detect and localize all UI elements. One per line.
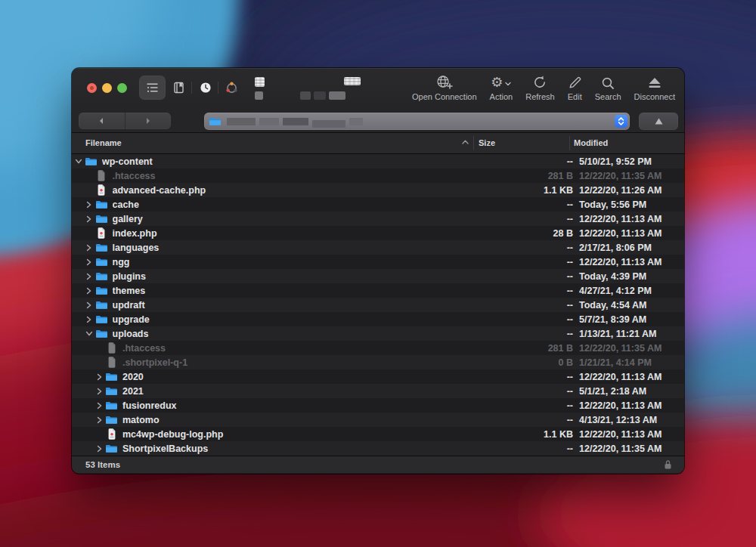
toolbar-button-label: Edit	[568, 92, 582, 101]
file-row[interactable]: matomo--4/13/21, 12:13 AM	[72, 413, 684, 427]
back-button[interactable]	[79, 113, 125, 129]
filename-label: updraft	[113, 300, 483, 311]
disclosure-chevron-down-icon[interactable]	[85, 330, 94, 337]
disclosure-chevron-right-icon[interactable]	[85, 201, 94, 209]
toolbar-button-label: Refresh	[525, 92, 555, 101]
disclosure-chevron-right-icon[interactable]	[85, 215, 94, 223]
folder-icon	[95, 242, 108, 253]
size-value: --	[482, 199, 573, 210]
file-row[interactable]: 2020--12/22/20, 11:13 AM	[72, 369, 684, 384]
file-row[interactable]: wp-content--5/10/21, 9:52 PM	[72, 154, 684, 168]
zoom-window-button[interactable]	[117, 83, 127, 93]
close-window-button[interactable]	[87, 83, 97, 93]
folder-icon	[105, 385, 118, 397]
items-count-label: 53 Items	[85, 460, 120, 469]
size-value: --	[482, 271, 573, 282]
bookmarks-segment[interactable]	[166, 76, 192, 100]
file-row[interactable]: themes--4/27/21, 4:12 PM	[72, 283, 684, 298]
filename-label: uploads	[113, 329, 483, 339]
file-row[interactable]: .htaccess281 B12/22/20, 11:35 AM	[72, 168, 684, 183]
edit-button[interactable]: Edit	[568, 73, 582, 101]
refresh-button[interactable]: Refresh	[525, 73, 555, 101]
folder-icon	[95, 256, 108, 267]
file-row[interactable]: uploads--1/13/21, 11:21 AM	[72, 326, 684, 341]
folder-icon	[95, 299, 108, 311]
modified-value: 5/7/21, 8:39 AM	[579, 314, 684, 325]
disclosure-chevron-right-icon[interactable]	[85, 316, 94, 323]
filename-label: gallery	[113, 214, 483, 224]
forward-button[interactable]	[125, 113, 172, 129]
filename-label: plugins	[113, 271, 483, 282]
disclosure-chevron-right-icon[interactable]	[94, 373, 104, 381]
search-button[interactable]: Search	[595, 73, 621, 101]
disclosure-chevron-right-icon[interactable]	[94, 445, 104, 453]
redacted-path-segment	[349, 118, 363, 125]
column-header-row: Filename Size Modified	[72, 133, 684, 154]
path-popup-stepper-icon[interactable]	[615, 115, 627, 128]
title-bar: Open Connection⚙ActionRefreshEditSearchD…	[72, 68, 684, 110]
disclosure-chevron-right-icon[interactable]	[85, 301, 94, 309]
disclosure-chevron-right-icon[interactable]	[85, 287, 94, 295]
current-path-dropdown[interactable]	[204, 113, 630, 130]
file-row[interactable]: updraft--Today, 4:54 AM	[72, 298, 684, 312]
minimize-window-button[interactable]	[102, 83, 112, 93]
disconnect-button[interactable]: Disconnect	[634, 73, 675, 101]
column-divider[interactable]	[473, 136, 474, 150]
outline-view-icon	[146, 82, 159, 94]
file-row[interactable]: index.php28 B12/22/20, 11:13 AM	[72, 226, 684, 240]
filename-label: .shortpixel-q-1	[122, 357, 482, 368]
file-row[interactable]: 2021--5/1/21, 2:18 AM	[72, 384, 684, 398]
filename-label: cache	[113, 199, 483, 210]
file-row[interactable]: languages--2/17/21, 8:06 PM	[72, 240, 684, 255]
redacted-subtitle-block-1	[300, 91, 311, 100]
history-segment[interactable]	[192, 76, 218, 100]
column-header-modified[interactable]: Modified	[574, 138, 608, 147]
file-row[interactable]: upgrade--5/7/21, 8:39 AM	[72, 312, 684, 326]
folder-icon	[105, 414, 118, 425]
folder-icon	[95, 270, 108, 282]
column-header-size[interactable]: Size	[479, 138, 495, 147]
redacted-path-segment	[259, 118, 279, 125]
outline-view-segment[interactable]	[139, 76, 166, 100]
disclosure-chevron-right-icon[interactable]	[85, 273, 94, 280]
folder-icon	[95, 199, 108, 210]
modified-value: 12/22/20, 11:35 AM	[579, 171, 684, 181]
filename-label: .htaccess	[113, 171, 483, 181]
disclosure-chevron-right-icon[interactable]	[94, 402, 104, 409]
file-list: wp-content--5/10/21, 9:52 PM.htaccess281…	[72, 154, 684, 456]
disclosure-chevron-right-icon[interactable]	[85, 258, 94, 266]
disclosure-chevron-down-icon[interactable]	[74, 158, 83, 165]
sync-segment[interactable]	[218, 76, 245, 100]
size-value: --	[482, 156, 573, 167]
file-row[interactable]: mc4wp-debug-log.php1.1 KB12/22/20, 11:13…	[72, 427, 684, 441]
modified-value: Today, 5:56 PM	[579, 199, 684, 210]
size-value: --	[482, 329, 573, 339]
open-connection-button[interactable]: Open Connection	[412, 73, 477, 101]
file-row[interactable]: .htaccess281 B12/22/20, 11:35 AM	[72, 341, 684, 355]
action-button[interactable]: ⚙Action	[490, 73, 513, 101]
disclosure-chevron-right-icon[interactable]	[85, 244, 94, 252]
column-divider[interactable]	[569, 136, 570, 150]
modified-value: 12/22/20, 11:13 AM	[579, 429, 684, 440]
file-row[interactable]: fusionredux--12/22/20, 11:13 AM	[72, 398, 684, 413]
file-row[interactable]: plugins--Today, 4:39 PM	[72, 269, 684, 283]
back-arrow-icon	[98, 117, 105, 125]
go-up-directory-button[interactable]	[639, 113, 678, 130]
filename-label: ShortpixelBackups	[122, 443, 482, 454]
file-row[interactable]: ShortpixelBackups--12/22/20, 11:35 AM	[72, 441, 684, 456]
column-header-filename[interactable]: Filename	[85, 138, 122, 147]
file-row[interactable]: .shortpixel-q-10 B1/21/21, 4:14 PM	[72, 355, 684, 369]
file-row[interactable]: ngg--12/22/20, 11:13 AM	[72, 255, 684, 269]
file-row[interactable]: cache--Today, 5:56 PM	[72, 197, 684, 212]
folder-icon	[105, 371, 118, 382]
modified-value: 12/22/20, 11:13 AM	[579, 257, 684, 267]
size-value: --	[482, 257, 573, 267]
filename-label: matomo	[122, 415, 482, 425]
folder-icon	[95, 328, 108, 339]
file-row[interactable]: advanced-cache.php1.1 KB12/22/20, 11:26 …	[72, 183, 684, 197]
disclosure-chevron-right-icon[interactable]	[94, 416, 104, 424]
redacted-server-favicon	[255, 77, 265, 87]
disclosure-chevron-right-icon[interactable]	[94, 388, 104, 395]
file-row[interactable]: gallery--12/22/20, 11:13 AM	[72, 212, 684, 226]
php-file-icon	[95, 227, 108, 239]
